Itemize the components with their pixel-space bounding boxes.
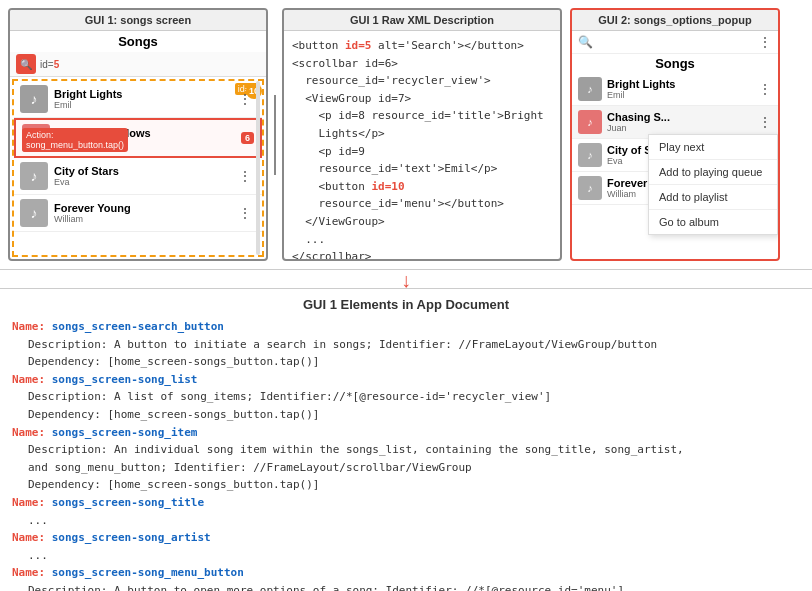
music-note-icon-1: ♪ <box>31 91 38 107</box>
doc-name-value-6: songs_screen-song_menu_button <box>52 566 244 579</box>
action-label: Action: <box>26 130 124 140</box>
xml-line-13: </scrollbar> <box>292 248 552 259</box>
song-artist-3: Eva <box>54 177 234 187</box>
song-artist-1: Emil <box>54 100 234 110</box>
xml-line-3: resource_id='recycler_view'> <box>292 72 552 90</box>
doc-name-label-2: Name: <box>12 373 52 386</box>
three-dots-icon-3: ⋮ <box>238 168 252 184</box>
doc-ellipsis-5: ... <box>12 547 800 565</box>
song-info-1: Bright Lights Emil <box>54 88 234 110</box>
song-title-1: Bright Lights <box>54 88 234 100</box>
song-thumb-4: ♪ <box>20 199 48 227</box>
doc-name-value-2: songs_screen-song_list <box>52 373 198 386</box>
song-artist-4: William <box>54 214 234 224</box>
panel-songs: GUI 1: songs screen Songs 🔍 id=5 id=7 ♪ … <box>8 8 268 261</box>
music-note-icon-3: ♪ <box>31 168 38 184</box>
doc-ellipsis-4: ... <box>12 512 800 530</box>
song-info-4: Forever Young William <box>54 202 234 224</box>
doc-line-name-5: Name: songs_screen-song_artist <box>12 529 800 547</box>
doc-dep-1: Dependency: [home_screen-songs_button.ta… <box>12 353 800 371</box>
xml-line-5: <p id=8 resource_id='title'>Bright <box>292 107 552 125</box>
song-item-forever-young: ♪ Forever Young William ⋮ <box>14 195 262 232</box>
divider-1 <box>274 95 276 175</box>
popup-info-2: Chasing S... Juan <box>607 111 758 133</box>
doc-line-name-4: Name: songs_screen-song_title <box>12 494 800 512</box>
panel-popup-header: GUI 2: songs_options_popup <box>572 10 778 31</box>
song-thumb-1: ♪ <box>20 85 48 113</box>
popup-title-2: Chasing S... <box>607 111 758 123</box>
doc-name-label-4: Name: <box>12 496 52 509</box>
song-title-4: Forever Young <box>54 202 234 214</box>
doc-name-value-4: songs_screen-song_title <box>52 496 204 509</box>
search-id-label: id=5 <box>40 59 59 70</box>
song-item-chasing-shadows: ♪ Chasing Shadows Juan 6 Action: song_me… <box>14 118 262 158</box>
doc-name-value-3: songs_screen-song_item <box>52 426 198 439</box>
popup-menu-2[interactable]: ⋮ <box>758 114 772 130</box>
menu-button-3[interactable]: ⋮ <box>234 166 256 186</box>
popup-thumb-1: ♪ <box>578 77 602 101</box>
search-bar: 🔍 id=5 <box>10 52 266 77</box>
context-add-queue[interactable]: Add to playing queue <box>649 160 777 185</box>
popup-note-icon-4: ♪ <box>587 182 593 194</box>
doc-desc-3a: Description: An individual song item wit… <box>12 441 800 459</box>
popup-note-icon-2: ♪ <box>587 116 593 128</box>
doc-name-label-3: Name: <box>12 426 52 439</box>
three-dots-icon-4: ⋮ <box>238 205 252 221</box>
scrollbar-indicator <box>256 81 260 255</box>
popup-thumb-2: ♪ <box>578 110 602 134</box>
context-go-album[interactable]: Go to album <box>649 210 777 234</box>
song-item-city-stars: ♪ City of Stars Eva ⋮ <box>14 158 262 195</box>
popup-search-icon: 🔍 <box>578 35 593 49</box>
search-icon: 🔍 <box>20 59 32 70</box>
popup-title-1: Bright Lights <box>607 78 758 90</box>
song2-badge: 6 <box>241 132 254 144</box>
action-box: Action: song_menu_button.tap() <box>22 128 128 152</box>
menu-button-1[interactable]: ⋮ 10 <box>234 89 256 109</box>
doc-dep-2: Dependency: [home_screen-songs_button.ta… <box>12 406 800 424</box>
xml-line-4: <ViewGroup id=7> <box>292 90 552 108</box>
xml-line-2: <scrollbar id=6> <box>292 55 552 73</box>
xml-line-9: <button id=10 <box>292 178 552 196</box>
panel-xml: GUI 1 Raw XML Description <button id=5 a… <box>282 8 562 261</box>
context-menu: Play next Add to playing queue Add to pl… <box>648 134 778 235</box>
search-icon-box[interactable]: 🔍 <box>16 54 36 74</box>
popup-artist-1: Emil <box>607 90 758 100</box>
doc-line-name-6: Name: songs_screen-song_menu_button <box>12 564 800 582</box>
panel-popup: GUI 2: songs_options_popup Tap ➡ 🔍 ⋮ Son… <box>570 8 780 261</box>
doc-name-value-1: songs_screen-search_button <box>52 320 224 333</box>
xml-line-1: <button id=5 alt='Search'></button> <box>292 37 552 55</box>
doc-line-name-1: Name: songs_screen-search_button <box>12 318 800 336</box>
doc-desc-1: Description: A button to initiate a sear… <box>12 336 800 354</box>
popup-dots-icon: ⋮ <box>758 34 772 50</box>
down-arrow: ↓ <box>0 270 812 288</box>
doc-name-value-5: songs_screen-song_artist <box>52 531 211 544</box>
songs-title: Songs <box>10 31 266 52</box>
doc-desc-6: Description: A button to open more optio… <box>12 582 800 591</box>
song-thumb-3: ♪ <box>20 162 48 190</box>
doc-dep-3: Dependency: [home_screen-songs_button.ta… <box>12 476 800 494</box>
song-title-3: City of Stars <box>54 165 234 177</box>
popup-note-icon-1: ♪ <box>587 83 593 95</box>
popup-menu-1[interactable]: ⋮ <box>758 81 772 97</box>
context-add-playlist[interactable]: Add to playlist <box>649 185 777 210</box>
popup-song-list: ♪ Bright Lights Emil ⋮ ♪ Chasing S... Ju… <box>572 73 778 259</box>
xml-line-11: </ViewGroup> <box>292 213 552 231</box>
xml-content: <button id=5 alt='Search'></button> <scr… <box>284 31 560 259</box>
song-item-bright-lights: ♪ Bright Lights Emil ⋮ 10 <box>14 81 262 118</box>
doc-name-label-5: Name: <box>12 531 52 544</box>
popup-search-bar: 🔍 ⋮ <box>572 31 778 54</box>
context-play-next[interactable]: Play next <box>649 135 777 160</box>
panel-songs-header: GUI 1: songs screen <box>10 10 266 31</box>
popup-info-1: Bright Lights Emil <box>607 78 758 100</box>
doc-desc-3b: and song_menu_button; Identifier: //Fram… <box>12 459 800 477</box>
menu-button-4[interactable]: ⋮ <box>234 203 256 223</box>
bottom-title: GUI 1 Elements in App Document <box>12 297 800 312</box>
popup-thumb-4: ♪ <box>578 176 602 200</box>
song-list: id=7 ♪ Bright Lights Emil ⋮ 10 ♪ <box>12 79 264 257</box>
xml-line-8: resource_id='text'>Emil</p> <box>292 160 552 178</box>
xml-line-12: ... <box>292 231 552 249</box>
action-name: song_menu_button.tap() <box>26 140 124 150</box>
popup-song-item-2: ♪ Chasing S... Juan ⋮ Play next Add to p… <box>572 106 778 139</box>
popup-artist-2: Juan <box>607 123 758 133</box>
doc-name-label-6: Name: <box>12 566 52 579</box>
